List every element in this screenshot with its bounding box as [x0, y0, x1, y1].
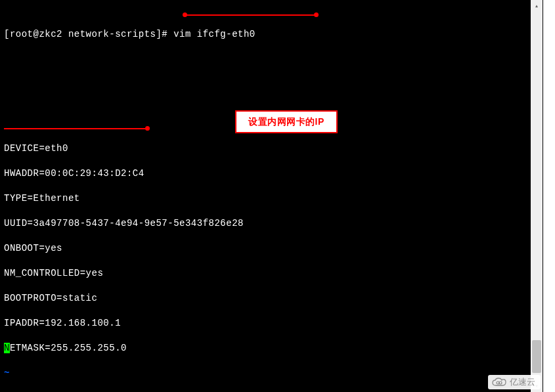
file-line: BOOTPROTO=static — [4, 292, 539, 305]
vim-buffer[interactable]: DEVICE=eth0 HWADDR=00:0C:29:43:D2:C4 TYP… — [4, 130, 539, 392]
file-line: TYPE=Ethernet — [4, 192, 539, 205]
vim-cursor: N — [4, 343, 10, 353]
prompt-user-host: [root@zkc2 network-scripts]# — [4, 29, 167, 39]
shell-prompt-line: [root@zkc2 network-scripts]# vim ifcfg-e… — [4, 28, 539, 41]
cursor-line-rest: ETMASK=255.255.255.0 — [10, 343, 127, 353]
terminal-window: [root@zkc2 network-scripts]# vim ifcfg-e… — [0, 0, 543, 392]
scrollbar-arrow-up-icon[interactable]: ▴ — [531, 0, 543, 12]
file-line-cursor: NETMASK=255.255.255.0 — [4, 342, 539, 355]
vertical-scrollbar[interactable]: ▴ ▾ — [531, 0, 543, 392]
vim-empty-line: ~ — [4, 367, 539, 380]
annotation-dot-icon — [314, 12, 319, 17]
annotation-underline-command — [184, 14, 315, 16]
annotation-dot-icon — [145, 126, 150, 131]
annotation-dot-icon — [183, 12, 187, 17]
file-line: NM_CONTROLLED=yes — [4, 267, 539, 280]
prompt-command: vim ifcfg-eth0 — [173, 29, 255, 39]
watermark-badge: 亿速云 — [488, 375, 541, 389]
file-line: ONBOOT=yes — [4, 242, 539, 255]
annotation-text: 设置内网网卡的IP — [248, 116, 324, 127]
annotation-callout: 设置内网网卡的IP — [235, 110, 338, 133]
annotation-underline-ipaddr — [4, 128, 147, 129]
svg-point-1 — [499, 381, 502, 384]
file-line: DEVICE=eth0 — [4, 142, 539, 155]
file-line: HWADDR=00:0C:29:43:D2:C4 — [4, 167, 539, 180]
cloud-icon — [492, 378, 506, 387]
file-line: IPADDR=192.168.100.1 — [4, 317, 539, 330]
file-line: UUID=3a497708-5437-4e94-9e57-5e343f826e2… — [4, 217, 539, 230]
terminal-content[interactable]: [root@zkc2 network-scripts]# vim ifcfg-e… — [0, 0, 543, 392]
scrollbar-thumb[interactable] — [532, 340, 541, 373]
scrollbar-track[interactable] — [531, 12, 543, 380]
watermark-text: 亿速云 — [510, 376, 535, 388]
